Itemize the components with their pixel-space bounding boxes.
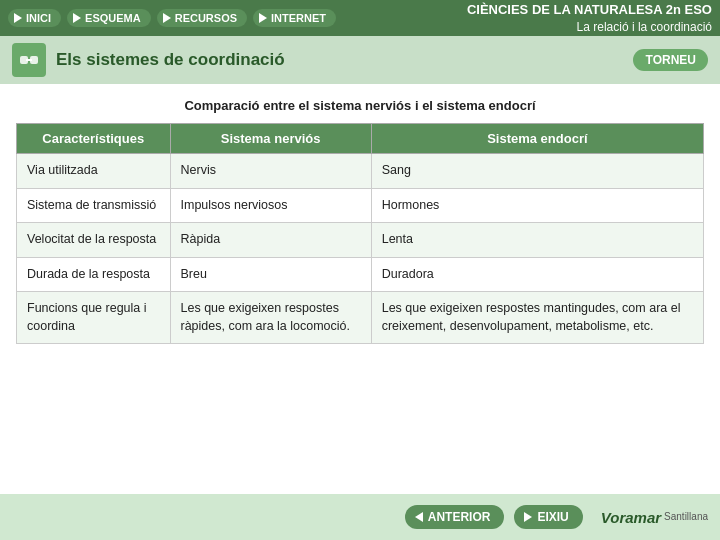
svg-rect-2 [26, 59, 32, 61]
play-icon-recursos [163, 13, 171, 23]
santillana-text: Santillana [664, 511, 708, 522]
table-cell-3-0: Durada de la resposta [17, 257, 171, 292]
play-icon-inici [14, 13, 22, 23]
table-cell-1-1: Impulsos nerviosos [170, 188, 371, 223]
page-header-title: Els sistemes de coordinació [56, 50, 633, 70]
table-row: Sistema de transmissióImpulsos nerviosos… [17, 188, 704, 223]
comparison-table: Característiques Sistema nerviós Sistema… [16, 123, 704, 344]
main-content: Comparació entre el sistema nerviós i el… [0, 84, 720, 354]
nav-label-internet: INTERNET [271, 12, 326, 24]
header-title-line1: CIÈNCIES DE LA NATURALESA 2n ESO [467, 1, 712, 19]
table-row: Funcions que regula i coordinaLes que ex… [17, 292, 704, 344]
nav-btn-recursos[interactable]: RECURSOS [157, 9, 247, 27]
voramar-logo: Voramar Santillana [601, 509, 708, 526]
anterior-button[interactable]: ANTERIOR [405, 505, 505, 529]
table-cell-0-1: Nervis [170, 154, 371, 189]
table-cell-2-0: Velocitat de la resposta [17, 223, 171, 258]
table-row: Velocitat de la respostaRàpidaLenta [17, 223, 704, 258]
play-icon-internet [259, 13, 267, 23]
page-icon [12, 43, 46, 77]
table-cell-3-1: Breu [170, 257, 371, 292]
nav-btn-esquema[interactable]: ESQUEMA [67, 9, 151, 27]
anterior-icon [415, 512, 423, 522]
table-cell-4-0: Funcions que regula i coordina [17, 292, 171, 344]
table-body: Via utilitzadaNervisSangSistema de trans… [17, 154, 704, 344]
table-cell-1-2: Hormones [371, 188, 703, 223]
play-icon-esquema [73, 13, 81, 23]
eixiu-label: EIXIU [537, 510, 568, 524]
torneu-label: TORNEU [646, 53, 696, 67]
nav-btn-internet[interactable]: INTERNET [253, 9, 336, 27]
page-header: Els sistemes de coordinació TORNEU [0, 36, 720, 84]
footer: ANTERIOR EIXIU Voramar Santillana [0, 494, 720, 540]
torneu-button[interactable]: TORNEU [633, 49, 708, 71]
nav-btn-inici[interactable]: INICI [8, 9, 61, 27]
nav-label-esquema: ESQUEMA [85, 12, 141, 24]
col-header-sistema-endocri: Sistema endocrí [371, 124, 703, 154]
header-title-line2: La relació i la coordinació [467, 19, 712, 36]
table-cell-0-2: Sang [371, 154, 703, 189]
col-header-caracteristiques: Característiques [17, 124, 171, 154]
col-header-sistema-nervios: Sistema nerviós [170, 124, 371, 154]
nav-label-recursos: RECURSOS [175, 12, 237, 24]
table-row: Via utilitzadaNervisSang [17, 154, 704, 189]
link-icon [18, 49, 40, 71]
eixiu-button[interactable]: EIXIU [514, 505, 582, 529]
table-cell-2-2: Lenta [371, 223, 703, 258]
table-cell-4-2: Les que exigeixen respostes mantingudes,… [371, 292, 703, 344]
topbar: INICI ESQUEMA RECURSOS INTERNET CIÈNCIES… [0, 0, 720, 36]
anterior-label: ANTERIOR [428, 510, 491, 524]
header-title: CIÈNCIES DE LA NATURALESA 2n ESO La rela… [467, 1, 712, 36]
table-cell-0-0: Via utilitzada [17, 154, 171, 189]
table-cell-2-1: Ràpida [170, 223, 371, 258]
table-row: Durada de la respostaBreuDuradora [17, 257, 704, 292]
comparison-title: Comparació entre el sistema nerviós i el… [16, 98, 704, 113]
nav-label-inici: INICI [26, 12, 51, 24]
voramar-text: Voramar [601, 509, 661, 526]
eixiu-icon [524, 512, 532, 522]
table-header-row: Característiques Sistema nerviós Sistema… [17, 124, 704, 154]
table-cell-4-1: Les que exigeixen respostes ràpides, com… [170, 292, 371, 344]
table-cell-1-0: Sistema de transmissió [17, 188, 171, 223]
table-cell-3-2: Duradora [371, 257, 703, 292]
